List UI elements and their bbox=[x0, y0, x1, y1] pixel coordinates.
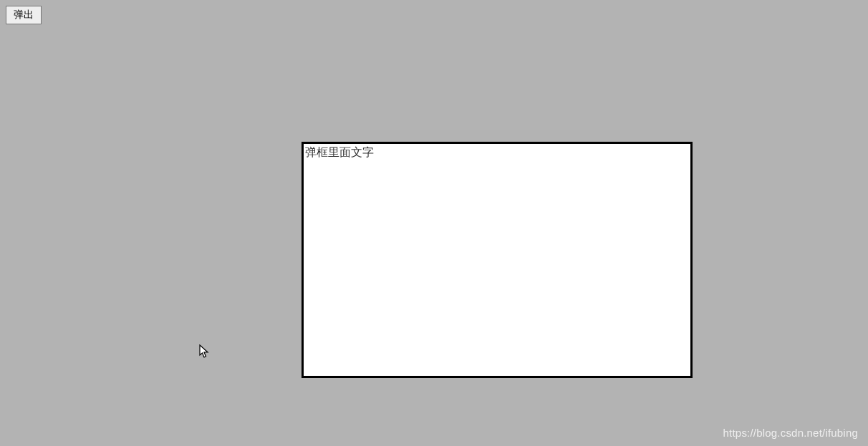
modal-dialog: 弹框里面文字 bbox=[302, 142, 693, 378]
modal-content-text: 弹框里面文字 bbox=[304, 144, 690, 162]
watermark-text: https://blog.csdn.net/ifubing bbox=[723, 427, 858, 439]
popup-button[interactable]: 弹出 bbox=[6, 6, 42, 24]
cursor-icon bbox=[199, 344, 209, 359]
